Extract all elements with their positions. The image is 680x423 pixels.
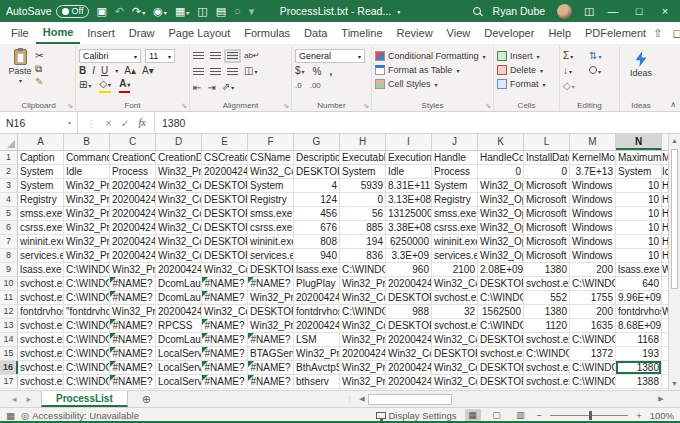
insert-function-icon[interactable]: fx	[138, 117, 146, 128]
cell-format-icon[interactable]: ▤	[216, 5, 226, 18]
enter-entry-icon[interactable]: ✓	[121, 117, 130, 129]
cell-F2[interactable]: Win32_Co	[248, 165, 294, 178]
italic-button[interactable]: I	[92, 65, 95, 76]
row-header-14[interactable]: 14	[0, 333, 18, 346]
search-icon[interactable]	[473, 7, 481, 15]
cell-I15[interactable]: Win32_Co	[386, 347, 432, 360]
cancel-entry-icon[interactable]: ×	[106, 117, 112, 129]
cell-J11[interactable]: svchost.ex	[432, 291, 478, 304]
cell-B6[interactable]: Win32_Prc	[64, 221, 110, 234]
row-header-10[interactable]: 10	[0, 277, 18, 290]
cell-J4[interactable]: Registry	[432, 193, 478, 206]
cell-H6[interactable]: 885	[340, 221, 386, 234]
sheet-tab-processlist[interactable]: ProcessList	[41, 391, 128, 407]
cell-N7[interactable]: 10	[616, 235, 662, 248]
cell-B3[interactable]: Win32_Prc	[64, 179, 110, 192]
cell-M9[interactable]: 200	[570, 263, 616, 276]
cell-N3[interactable]: 10	[616, 179, 662, 192]
cell-I4[interactable]: 3.13E+08	[386, 193, 432, 206]
cell-C17[interactable]: #NAME?	[110, 375, 156, 388]
cell-L1[interactable]: InstallDate	[524, 151, 570, 164]
cell-C10[interactable]: #NAME?	[110, 277, 156, 290]
cell-M4[interactable]: Windows	[570, 193, 616, 206]
cell-G9[interactable]: lsass.exe	[294, 263, 340, 276]
tab-view[interactable]: View	[440, 22, 478, 44]
cell-K6[interactable]: Win32_Op	[478, 221, 524, 234]
cell-F15[interactable]: BTAGServi	[248, 347, 294, 360]
font-name-select[interactable]: Calibri▾	[79, 49, 141, 63]
cell-G7[interactable]: 808	[294, 235, 340, 248]
cell-A8[interactable]: services.ex	[18, 249, 64, 262]
cell-B5[interactable]: Win32_Prc	[64, 207, 110, 220]
cell-I1[interactable]: Execution	[386, 151, 432, 164]
cell-I10[interactable]: 20200424(	[386, 277, 432, 290]
cell-E14[interactable]: #NAME?	[202, 333, 248, 346]
cell-E9[interactable]: Win32_Co	[202, 263, 248, 276]
cell-F16[interactable]: #NAME?	[248, 361, 294, 374]
sort-filter-icon[interactable]: ⇅▾	[589, 50, 615, 63]
cell-B7[interactable]: Win32_Prc	[64, 235, 110, 248]
cell-B1[interactable]: Command	[64, 151, 110, 164]
cell-A1[interactable]: Caption	[18, 151, 64, 164]
align-left-icon[interactable]	[193, 68, 204, 76]
cell-G2[interactable]: DESKTOP-I	[294, 165, 340, 178]
cell-L6[interactable]: Microsoft	[524, 221, 570, 234]
cell-B2[interactable]: Idle	[64, 165, 110, 178]
cell-L13[interactable]: 1120	[524, 319, 570, 332]
sheet-nav-left-icon[interactable]: ◂	[12, 394, 17, 404]
cell-J16[interactable]: Win32_Co	[432, 361, 478, 374]
row-header-16[interactable]: 16	[0, 361, 18, 374]
cell-M2[interactable]: 3.7E+13	[570, 165, 616, 178]
title-dropdown-icon[interactable]: ▾	[397, 8, 400, 15]
cell-N6[interactable]: 10	[616, 221, 662, 234]
cell-L3[interactable]: Microsoft	[524, 179, 570, 192]
font-size-select[interactable]: 11▾	[145, 49, 175, 63]
merge-center-icon[interactable]: ◫▾	[244, 65, 257, 78]
number-format-select[interactable]: General▾	[295, 49, 365, 63]
cell-J8[interactable]: services.ex	[432, 249, 478, 262]
more-commands-icon[interactable]: ▾	[249, 5, 255, 18]
scroll-left-icon[interactable]: ◀	[356, 395, 368, 403]
cell-C13[interactable]: #NAME?	[110, 319, 156, 332]
cell-H1[interactable]: Executabl	[340, 151, 386, 164]
shrink-font-button[interactable]: A▾	[142, 65, 154, 76]
cell-L9[interactable]: 1380	[524, 263, 570, 276]
cell-D12[interactable]: 20200424(	[156, 305, 202, 318]
column-header-I[interactable]: I	[386, 134, 432, 150]
find-select-icon[interactable]: ▾	[589, 65, 615, 78]
cell-H11[interactable]: Win32_Co	[340, 291, 386, 304]
cell-G12[interactable]: fontdrvhos	[294, 305, 340, 318]
row-header-11[interactable]: 11	[0, 291, 18, 304]
share-icon[interactable]: ⇧	[653, 27, 662, 40]
tab-data[interactable]: Data	[297, 22, 334, 44]
cell-I7[interactable]: 6250000	[386, 235, 432, 248]
cell-D13[interactable]: RPCSS	[156, 319, 202, 332]
cell-B13[interactable]: C:\WINDO	[64, 319, 110, 332]
column-header-N[interactable]: N	[616, 134, 662, 150]
cell-M13[interactable]: 1635	[570, 319, 616, 332]
cell-K14[interactable]: DESKTOP-I	[478, 333, 524, 346]
zoom-slider[interactable]	[550, 415, 628, 416]
cell-B12[interactable]: "fontdrvho	[64, 305, 110, 318]
maximize-button[interactable]: □	[632, 5, 646, 17]
comma-style-icon[interactable]: ,	[329, 66, 332, 77]
cell-L5[interactable]: Microsoft	[524, 207, 570, 220]
cell-M7[interactable]: Windows	[570, 235, 616, 248]
cell-H12[interactable]: C:\WINDO	[340, 305, 386, 318]
cell-E10[interactable]: #NAME?	[202, 277, 248, 290]
cell-H3[interactable]: 5939	[340, 179, 386, 192]
cell-L7[interactable]: Microsoft	[524, 235, 570, 248]
wrap-text-icon[interactable]: ab↵	[244, 50, 260, 61]
cell-I11[interactable]: DESKTOP-I	[386, 291, 432, 304]
cell-J1[interactable]: Handle	[432, 151, 478, 164]
ribbon-options-icon[interactable]: ◫	[584, 5, 594, 17]
column-header-E[interactable]: E	[202, 134, 248, 150]
minimize-button[interactable]: —	[606, 5, 620, 17]
cell-M3[interactable]: Windows	[570, 179, 616, 192]
cell-F12[interactable]: DESKTOP-I	[248, 305, 294, 318]
zoom-out-icon[interactable]: −	[537, 410, 543, 421]
cell-N14[interactable]: 1168	[616, 333, 662, 346]
save-icon[interactable]: ▣	[96, 5, 106, 18]
cell-F3[interactable]: System	[248, 179, 294, 192]
cell-D1[interactable]: CreationD	[156, 151, 202, 164]
